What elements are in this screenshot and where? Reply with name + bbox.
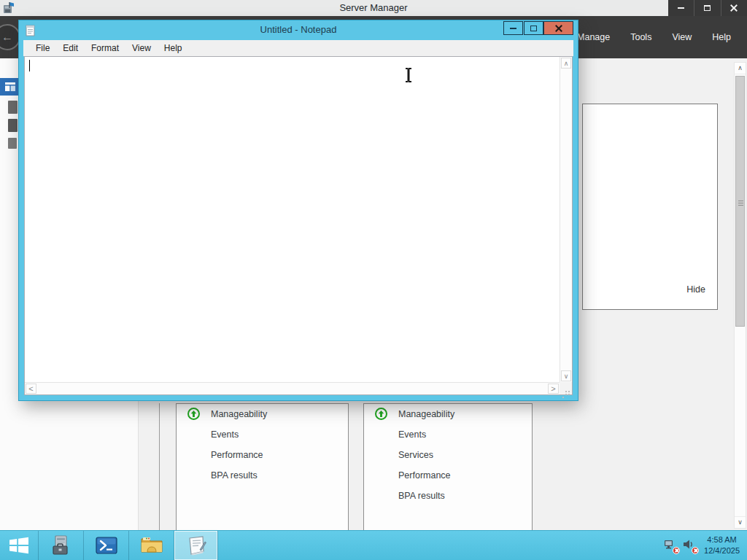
tile-row[interactable]: Events — [177, 424, 348, 445]
notepad-icon — [185, 535, 207, 556]
hidden-tile-edge — [159, 403, 160, 530]
tile-row[interactable]: BPA results — [177, 465, 348, 486]
minimize-icon — [510, 28, 516, 29]
status-up-arrow-icon — [187, 408, 201, 421]
menu-help[interactable]: Help — [702, 26, 741, 48]
tile-row[interactable]: Services — [364, 445, 532, 465]
start-button[interactable] — [0, 531, 38, 560]
network-status-icon[interactable] — [663, 538, 678, 553]
notepad-title: Untitled - Notepad — [19, 20, 578, 40]
scroll-up-icon[interactable]: ∧ — [561, 58, 571, 69]
windows-logo-icon — [8, 536, 30, 555]
scroll-down-icon[interactable]: ∨ — [735, 516, 746, 528]
powershell-icon — [96, 537, 117, 554]
back-button[interactable]: ← — [0, 24, 20, 50]
scrollbar-thumb[interactable] — [735, 76, 745, 327]
tile-row[interactable]: Manageability — [364, 404, 532, 424]
desktop: Server Manager ← Manage Tools View Help — [0, 0, 747, 560]
sidebar-item-file-storage-icon[interactable] — [8, 138, 17, 149]
dashboard-tile-left: Manageability Events Performance BPA res… — [176, 403, 349, 530]
system-tray: 4:58 AM 12/4/2025 — [663, 530, 747, 560]
tile-row[interactable]: Performance — [177, 445, 348, 465]
maximize-icon — [530, 26, 537, 31]
taskbar-clock[interactable]: 4:58 AM 12/4/2025 — [701, 534, 747, 556]
notepad-text-region: ∧ ∨ < > — [24, 56, 573, 395]
tile-row[interactable]: Events — [364, 424, 532, 445]
status-up-arrow-icon — [375, 408, 389, 421]
clock-date: 12/4/2025 — [704, 545, 740, 556]
notepad-window: Untitled - Notepad File Edit Format View… — [19, 20, 578, 400]
server-manager-titlebar: Server Manager — [0, 0, 747, 16]
dashboard-icon — [5, 82, 15, 91]
server-manager-icon — [50, 534, 72, 556]
notepad-minimize-button[interactable] — [503, 21, 523, 35]
tile-row[interactable]: Performance — [364, 465, 532, 486]
scroll-down-icon[interactable]: ∨ — [561, 370, 571, 381]
tile-row-label: Performance — [398, 470, 451, 481]
notepad-horizontal-scrollbar[interactable]: < > — [25, 382, 560, 394]
taskbar-file-explorer-button[interactable] — [129, 531, 174, 560]
notepad-menu-file[interactable]: File — [29, 41, 56, 56]
taskbar-server-manager-button[interactable] — [39, 531, 83, 560]
notepad-titlebar[interactable]: Untitled - Notepad — [19, 20, 578, 40]
tile-row-label: Services — [398, 450, 433, 460]
volume-muted-icon[interactable] — [682, 538, 697, 553]
scroll-right-icon[interactable]: > — [548, 384, 559, 394]
clock-time: 4:58 AM — [704, 534, 740, 545]
mouse-cursor-ibeam-icon — [403, 67, 414, 83]
tile-row-label: Events — [398, 429, 426, 440]
notepad-menu-view[interactable]: View — [125, 41, 158, 56]
scroll-up-icon[interactable]: ∧ — [735, 63, 746, 74]
text-caret — [29, 60, 30, 71]
close-icon — [730, 4, 738, 12]
taskbar-powershell-button[interactable] — [84, 531, 128, 560]
back-arrow-icon: ← — [1, 31, 13, 44]
sm-maximize-button[interactable] — [694, 0, 720, 16]
tile-row-label: BPA results — [211, 470, 258, 481]
notepad-menu-help[interactable]: Help — [158, 41, 189, 56]
error-badge-icon — [673, 547, 680, 554]
notification-flyout: Hide — [582, 104, 718, 310]
file-explorer-icon — [140, 536, 163, 555]
sidebar-item-all-servers-icon[interactable] — [8, 119, 18, 132]
sm-vertical-scrollbar[interactable]: ∧ ∨ — [734, 62, 746, 529]
notepad-menubar: File Edit Format View Help — [23, 40, 573, 56]
scroll-left-icon[interactable]: < — [26, 384, 36, 394]
maximize-icon — [704, 5, 711, 11]
tile-row[interactable]: BPA results — [364, 486, 532, 506]
taskbar-notepad-button[interactable] — [174, 531, 217, 560]
tile-row[interactable]: Manageability — [177, 404, 348, 424]
tile-row-label: BPA results — [398, 491, 445, 501]
taskbar — [0, 530, 747, 560]
resize-grip[interactable] — [560, 382, 572, 394]
sidebar-item-local-server-icon[interactable] — [8, 101, 18, 114]
taskbar-separator — [217, 531, 218, 560]
notepad-close-button[interactable] — [543, 21, 573, 35]
tile-row-label: Performance — [211, 450, 263, 460]
minimize-icon — [678, 7, 684, 9]
notepad-maximize-button[interactable] — [524, 21, 543, 35]
notepad-menu-format[interactable]: Format — [85, 41, 125, 56]
notepad-vertical-scrollbar[interactable]: ∧ ∨ — [560, 57, 572, 382]
menu-view[interactable]: View — [662, 26, 702, 48]
tile-row-label: Manageability — [398, 409, 454, 419]
close-icon — [555, 25, 562, 32]
notepad-text-input[interactable] — [25, 57, 560, 382]
sm-close-button[interactable] — [721, 0, 747, 16]
menu-tools[interactable]: Tools — [620, 26, 662, 48]
tile-row-label: Events — [211, 429, 239, 440]
tile-row-label: Manageability — [211, 409, 267, 419]
server-manager-window-controls — [668, 0, 747, 16]
sm-minimize-button[interactable] — [668, 0, 694, 16]
server-manager-title: Server Manager — [0, 0, 747, 16]
hide-button[interactable]: Hide — [686, 284, 705, 295]
notepad-menu-edit[interactable]: Edit — [56, 41, 85, 56]
error-badge-icon — [692, 547, 699, 554]
server-manager-menu: Manage Tools View Help — [567, 16, 741, 58]
dashboard-tile-right: Manageability Events Services Performanc… — [363, 403, 533, 530]
